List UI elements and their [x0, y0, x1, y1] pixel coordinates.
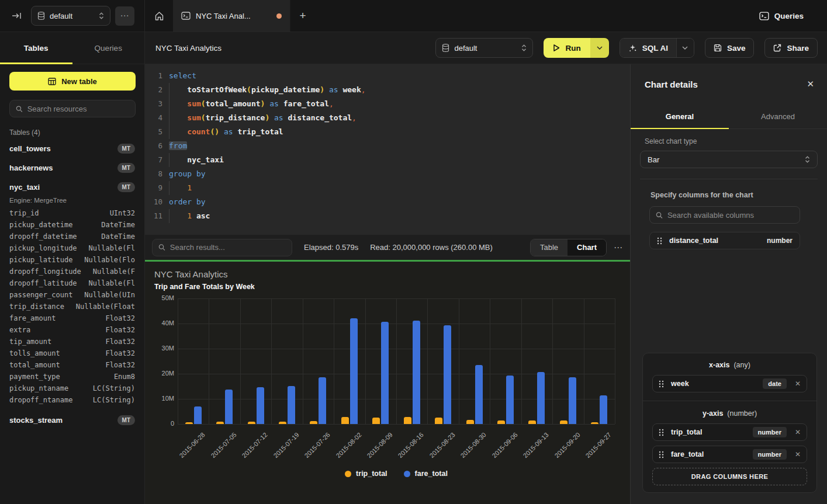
remove-column-icon[interactable]: ✕: [794, 380, 801, 388]
panel-title: Chart details: [645, 79, 698, 89]
database-icon: [37, 12, 45, 20]
sidebar-tab-queries[interactable]: Queries: [72, 32, 145, 64]
drag-columns-dropzone[interactable]: DRAG COLUMNS HERE: [652, 468, 807, 485]
table-row[interactable]: nyc_taxiMT: [0, 178, 144, 197]
column-name: pickup_datetime: [9, 221, 72, 229]
table-column-row[interactable]: pickup_ntanameLC(String): [0, 383, 144, 394]
axis-column-item[interactable]: fare_totalnumber✕: [652, 446, 807, 463]
drag-handle-icon[interactable]: [657, 237, 662, 245]
available-column-item[interactable]: distance_totalnumber: [649, 232, 800, 249]
results-search-input[interactable]: [170, 243, 286, 252]
new-table-button-label: New table: [61, 77, 97, 86]
columns-label: Specify columns for the chart: [631, 191, 827, 199]
drag-handle-icon[interactable]: [659, 429, 664, 436]
y-axis-tick-label: 30M: [148, 345, 174, 352]
tab-nyc-taxi-analytics[interactable]: NYC Taxi Anal...: [173, 0, 290, 32]
read-stat: Read: 20,000,000 rows (260.00 MB): [370, 243, 493, 252]
table-column-row[interactable]: passenger_countNullable(UIn: [0, 289, 144, 301]
code-text: order by: [169, 195, 206, 209]
table-column-row[interactable]: dropoff_datetimeDateTime: [0, 231, 144, 242]
column-name: pickup_latitude: [9, 256, 72, 264]
bar-fare_total: [475, 365, 483, 424]
search-icon: [16, 105, 23, 113]
sql-ai-button[interactable]: SQL AI: [620, 39, 676, 57]
table-column-row[interactable]: tip_amountFloat32: [0, 336, 144, 347]
table-column-row[interactable]: pickup_longitudeNullable(Fl: [0, 242, 144, 254]
view-toggle-chart[interactable]: Chart: [568, 239, 606, 256]
axis-column-item[interactable]: trip_totalnumber✕: [652, 423, 807, 441]
table-column-row[interactable]: payment_typeEnum8: [0, 371, 144, 383]
table-column-row[interactable]: pickup_datetimeDateTime: [0, 219, 144, 231]
new-table-button[interactable]: New table: [9, 72, 136, 91]
token: week: [342, 85, 361, 94]
token: ,: [329, 99, 334, 108]
table-column-row[interactable]: dropoff_longitudeNullable(F: [0, 266, 144, 277]
line-number: 9: [145, 181, 162, 195]
y-axis-tick-label: 10M: [148, 395, 174, 402]
table-row[interactable]: hackernewsMT: [0, 158, 144, 178]
new-tab-button[interactable]: +: [290, 0, 315, 32]
sql-ai-options-caret[interactable]: [676, 39, 694, 57]
bar-trip_total: [341, 417, 349, 424]
view-toggle-table[interactable]: Table: [531, 239, 568, 256]
tables-section-label: Tables (4): [0, 128, 144, 137]
panel-tab-general[interactable]: General: [631, 104, 729, 128]
remove-column-icon[interactable]: ✕: [794, 450, 801, 458]
table-column-row[interactable]: trip_idUInt32: [0, 207, 144, 219]
database-selector-top[interactable]: default: [31, 6, 110, 26]
workspace-more-button[interactable]: ⋯: [115, 6, 134, 26]
terminal-icon: [759, 12, 769, 20]
legend-item-trip_total[interactable]: trip_total: [345, 470, 387, 478]
token: toStartOfWeek: [187, 85, 247, 94]
sql-editor[interactable]: 1select2 toStartOfWeek(pickup_datetime) …: [145, 64, 630, 235]
table-row[interactable]: cell_towersMT: [0, 139, 144, 158]
bar-fare_total: [319, 377, 326, 424]
home-button[interactable]: [145, 0, 173, 32]
chart-subtitle: Trip and Fare Totals by Week: [154, 283, 255, 291]
table-row[interactable]: stocks_streamMT: [0, 411, 144, 430]
save-button[interactable]: Save: [705, 38, 755, 58]
sidebar-search[interactable]: [9, 100, 136, 117]
x-axis-tick-label: 2015-08-09: [366, 431, 394, 459]
drag-handle-icon[interactable]: [659, 380, 664, 388]
x-axis-tick-label: 2015-07-26: [303, 431, 331, 459]
table-column-row[interactable]: pickup_latitudeNullable(Flo: [0, 254, 144, 266]
home-icon: [154, 11, 164, 21]
axis-column-item[interactable]: weekdate✕: [652, 375, 807, 392]
table-column-row[interactable]: tolls_amountFloat32: [0, 347, 144, 359]
results-search[interactable]: [152, 239, 292, 256]
bar-trip_total: [497, 420, 505, 424]
results-more-button[interactable]: ⋯: [614, 242, 623, 253]
table-column-row[interactable]: dropoff_latitudeNullable(Fl: [0, 277, 144, 289]
table-column-row[interactable]: dropoff_ntanameLC(String): [0, 394, 144, 406]
table-engine-badge: MT: [117, 144, 135, 154]
token: as: [269, 99, 279, 108]
close-icon[interactable]: ✕: [807, 79, 814, 89]
legend-item-fare_total[interactable]: fare_total: [404, 470, 448, 478]
share-button[interactable]: Share: [764, 38, 818, 58]
table-column-row[interactable]: fare_amountFloat32: [0, 312, 144, 324]
token: [169, 183, 187, 192]
table-column-row[interactable]: total_amountFloat32: [0, 359, 144, 371]
y-axis-tick-label: 40M: [148, 319, 174, 326]
table-column-row[interactable]: extraFloat32: [0, 324, 144, 336]
token: from: [169, 141, 187, 150]
database-selector-toolbar[interactable]: default: [435, 38, 533, 58]
panel-tab-advanced[interactable]: Advanced: [729, 104, 827, 128]
columns-search-input[interactable]: [667, 211, 794, 220]
remove-column-icon[interactable]: ✕: [794, 428, 801, 436]
editor-line: 9 1: [145, 181, 630, 195]
gridline-vertical: [521, 298, 522, 424]
sidebar-collapse-icon[interactable]: [12, 12, 22, 20]
drag-handle-icon[interactable]: [659, 451, 664, 458]
chart-type-select[interactable]: Bar: [640, 151, 818, 168]
gridline-vertical: [396, 298, 397, 424]
bar-trip_total: [466, 420, 474, 424]
columns-search[interactable]: [649, 206, 800, 224]
sidebar-search-input[interactable]: [27, 105, 129, 113]
table-column-row[interactable]: trip_distanceNullable(Float: [0, 301, 144, 312]
run-button[interactable]: Run: [544, 38, 590, 58]
sidebar-tab-tables[interactable]: Tables: [0, 32, 72, 64]
run-options-caret[interactable]: [590, 38, 609, 58]
queries-button[interactable]: Queries: [759, 12, 804, 20]
